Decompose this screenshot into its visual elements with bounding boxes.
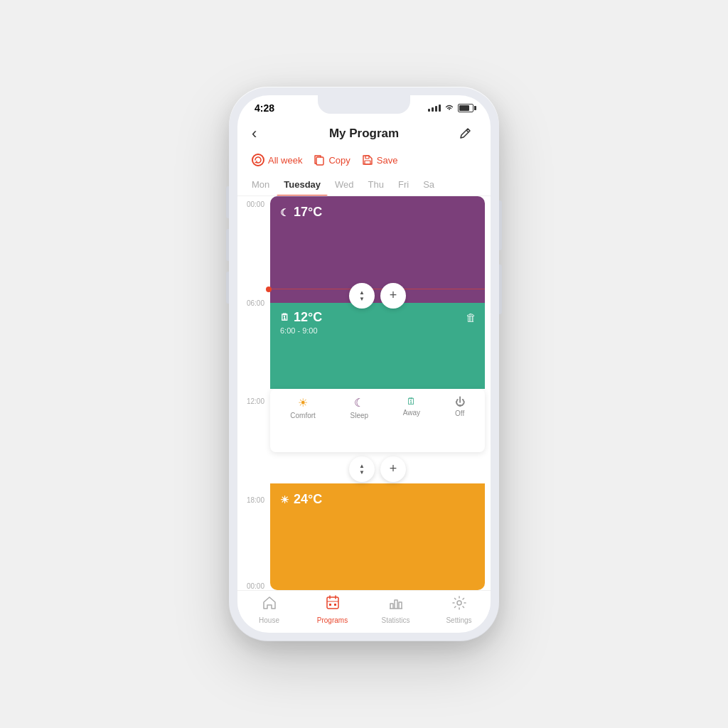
nav-house[interactable]: House [237,595,301,624]
green-temp: 🗓 12°C [280,310,322,325]
svg-point-6 [457,601,461,605]
mode-sleep[interactable]: ☾ Sleep [345,395,375,446]
tab-sat[interactable]: Sa [416,173,441,196]
sun-icon: ☀ [280,494,289,505]
delete-green-button[interactable]: 🗑 [466,311,476,323]
copy-label: Copy [328,155,350,166]
tab-tuesday[interactable]: Tuesday [277,173,328,196]
sync-icon [252,154,264,166]
time-labels: 00:00 06:00 12:00 18:00 00:00 [237,196,270,590]
status-time: 4:28 [255,102,274,114]
tab-mon[interactable]: Mon [245,173,277,196]
add-block-button[interactable]: + [380,283,406,309]
orange-temp: ☀ 24°C [280,492,322,507]
time-label-1800: 18:00 [247,496,264,503]
adjust-time-button-2[interactable]: ▲ ▼ [349,456,375,482]
sun-mode-icon: ☀ [298,396,308,410]
moon-icon: ☾ [280,207,289,218]
purple-temp: ☾ 17°C [280,205,322,220]
tab-fri[interactable]: Fri [391,173,416,196]
up-down-icon: ▲ ▼ [359,289,365,302]
moon-mode-icon: ☾ [354,396,364,410]
tab-thu[interactable]: Thu [361,173,391,196]
mode-comfort[interactable]: ☀ Comfort [284,395,321,446]
nav-programs[interactable]: Programs [301,595,364,624]
add-block-button-2[interactable]: + [380,456,406,482]
bottom-nav: House Programs [237,590,491,630]
phone-screen: 4:28 [237,95,491,633]
svg-rect-0 [316,157,323,165]
header: ‹ My Program [237,117,491,152]
nav-statistics[interactable]: Statistics [364,595,427,624]
mode-away[interactable]: 🗓 Away [397,395,426,446]
nav-settings[interactable]: Settings [427,595,491,624]
save-label: Save [377,155,398,166]
programs-icon [325,595,341,614]
block-orange: ☀ 24°C [270,483,485,590]
house-icon [262,595,277,614]
statistics-icon [388,595,404,614]
time-label-0000: 00:00 [247,200,264,208]
save-button[interactable]: Save [362,154,398,166]
plus-icon-2: + [390,461,397,476]
time-label-2400: 00:00 [247,582,264,590]
time-label-0600: 06:00 [247,299,264,306]
up-down-icon-2: ▲ ▼ [359,463,365,476]
purple-green-controls: ▲ ▼ + [349,283,406,309]
wifi-icon [444,103,454,114]
comfort-label: Comfort [290,412,316,419]
mode-selector: ☀ Comfort ☾ Sleep 🗓 Away ⏻ [270,389,485,452]
off-label: Off [455,410,464,417]
house-label: House [259,616,279,624]
save-icon [362,154,373,166]
svg-rect-3 [327,597,338,609]
schedule-content: ☾ 17°C ▲ ▼ [270,196,485,590]
all-week-label: All week [268,155,302,166]
calendar-icon: 🗓 [280,312,289,323]
settings-label: Settings [446,616,471,624]
edit-icon [459,127,471,140]
status-icons [428,103,473,114]
copy-button[interactable]: Copy [314,154,350,166]
green-orange-controls: ▲ ▼ + [349,456,406,482]
tab-wed[interactable]: Wed [328,173,361,196]
sleep-label: Sleep [350,412,369,419]
app-content: ‹ My Program [237,117,491,630]
battery-icon [458,104,473,112]
mode-off[interactable]: ⏻ Off [449,395,471,446]
green-time-range: 6:00 - 9:00 [280,326,475,335]
adjust-time-button[interactable]: ▲ ▼ [349,283,375,309]
day-tabs: Mon Tuesday Wed Thu Fri Sa [237,173,491,196]
time-label-1200: 12:00 [247,397,264,405]
notch [318,95,410,114]
page-title: My Program [329,127,399,141]
svg-rect-2 [365,161,370,164]
svg-rect-4 [329,604,331,606]
toolbar: All week Copy Save [237,152,491,173]
back-button[interactable]: ‹ [252,124,274,143]
edit-button[interactable] [454,122,476,145]
plus-icon: + [390,288,397,303]
programs-label: Programs [317,616,348,624]
away-mode-icon: 🗓 [407,396,416,407]
block-green: 🗓 12°C 🗑 6:00 - 9:00 [270,303,485,390]
phone-wrapper: 4:28 [229,87,499,641]
statistics-label: Statistics [381,616,410,624]
schedule-area: 00:00 06:00 12:00 18:00 00:00 ☾ 17°C [237,196,491,590]
power-mode-icon: ⏻ [455,396,465,407]
settings-icon [451,595,467,614]
signal-bars [428,105,441,112]
all-week-button[interactable]: All week [252,154,302,166]
svg-rect-5 [334,604,336,606]
away-label: Away [403,409,420,417]
copy-icon [314,154,325,166]
